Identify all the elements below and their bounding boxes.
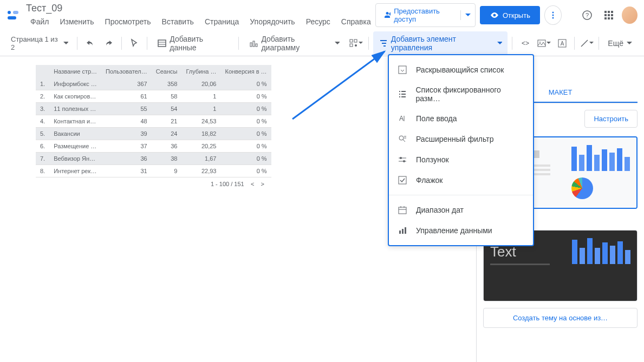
dropdown-item-slider[interactable]: Ползунок bbox=[389, 149, 533, 170]
svg-rect-50 bbox=[402, 229, 404, 234]
checkbox-icon bbox=[398, 175, 407, 185]
dropdown-item-advanced-filter[interactable]: Расширенный фильтр bbox=[389, 129, 533, 149]
menu-edit[interactable]: Изменить bbox=[55, 15, 98, 28]
svg-line-37 bbox=[403, 140, 405, 142]
svg-rect-33 bbox=[399, 66, 406, 74]
table-pagination: 1 - 100 / 151 bbox=[211, 181, 244, 187]
customize-button[interactable]: Настроить bbox=[584, 110, 638, 128]
table-row[interactable]: 4.Контактная инф…482124,530 % bbox=[36, 115, 271, 128]
svg-rect-22 bbox=[256, 44, 257, 47]
svg-point-5 bbox=[552, 17, 554, 19]
app-logo-icon[interactable] bbox=[6, 9, 19, 22]
table-header[interactable]: Конверсия в … bbox=[220, 65, 271, 78]
table-header[interactable]: Глубина … bbox=[181, 65, 220, 78]
svg-rect-9 bbox=[608, 11, 610, 13]
table-row[interactable]: 7.Вебвизор Яндекс…36381,670 % bbox=[36, 153, 271, 165]
dropdown-item-checkbox[interactable]: Флажок bbox=[389, 170, 533, 190]
select-tool[interactable] bbox=[126, 35, 142, 52]
undo-button[interactable] bbox=[82, 35, 98, 52]
redo-button[interactable] bbox=[100, 35, 116, 52]
table-next[interactable]: > bbox=[261, 181, 264, 187]
menu-insert[interactable]: Вставить bbox=[158, 15, 198, 28]
svg-rect-15 bbox=[608, 17, 610, 19]
document-title[interactable]: Тест_09 bbox=[26, 3, 375, 14]
svg-rect-14 bbox=[604, 17, 607, 19]
theme-bars-icon bbox=[572, 237, 630, 264]
page-indicator-label: Страница 1 из 2 bbox=[11, 35, 61, 51]
database-icon bbox=[157, 38, 166, 48]
help-button[interactable]: ? bbox=[578, 5, 596, 25]
table-row[interactable]: 1.Информбокс - ин…36735820,060 % bbox=[36, 78, 271, 90]
add-control-button[interactable]: Добавить элемент управления bbox=[373, 31, 508, 55]
chevron-down-icon bbox=[465, 14, 471, 17]
svg-rect-2 bbox=[13, 11, 18, 14]
data-control-icon bbox=[398, 226, 407, 235]
svg-point-3 bbox=[552, 12, 554, 14]
advanced-filter-icon bbox=[398, 134, 407, 144]
svg-rect-16 bbox=[611, 17, 613, 19]
menu-view[interactable]: Просмотреть bbox=[101, 15, 155, 28]
dropdown-item-list[interactable]: Раскрывающийся список bbox=[389, 60, 533, 80]
dropdown-item-data-control[interactable]: Управление данными bbox=[389, 220, 533, 241]
svg-text:?: ? bbox=[586, 12, 589, 18]
image-button[interactable] bbox=[535, 35, 552, 52]
table-row[interactable]: 2.Как скопировать…615810 % bbox=[36, 90, 271, 103]
widgets-icon bbox=[349, 38, 359, 48]
line-icon bbox=[580, 38, 589, 48]
chart-icon bbox=[249, 38, 258, 48]
chevron-down-icon bbox=[359, 42, 363, 44]
add-chart-button[interactable]: Добавить диаграмму bbox=[243, 31, 345, 55]
share-dropdown[interactable] bbox=[460, 10, 475, 20]
svg-point-36 bbox=[399, 136, 404, 140]
svg-rect-11 bbox=[604, 14, 607, 16]
redo-icon bbox=[104, 38, 114, 48]
list-icon bbox=[398, 89, 407, 99]
dropdown-item-fixed-list[interactable]: Список фиксированного разм… bbox=[389, 80, 533, 108]
add-control-dropdown: Раскрывающийся список Список фиксированн… bbox=[388, 54, 534, 246]
user-avatar[interactable] bbox=[622, 6, 638, 24]
url-embed-button[interactable]: <> bbox=[517, 35, 534, 52]
apps-icon bbox=[604, 10, 614, 20]
community-viz-button[interactable] bbox=[347, 35, 363, 52]
more-tools-button[interactable]: Ещё bbox=[602, 36, 638, 51]
menu-file[interactable]: Файл bbox=[26, 15, 53, 28]
svg-rect-20 bbox=[250, 43, 252, 47]
cursor-icon bbox=[129, 38, 139, 48]
data-table[interactable]: Название стр…Пользовател…СеансыГлубина …… bbox=[36, 65, 269, 190]
table-header[interactable]: Сеансы bbox=[152, 65, 182, 78]
menu-resource[interactable]: Ресурс bbox=[302, 15, 335, 28]
dropdown-item-input[interactable]: A Поле ввода bbox=[389, 108, 533, 129]
line-button[interactable] bbox=[578, 35, 595, 52]
share-button[interactable]: Предоставить доступ bbox=[376, 4, 460, 27]
image-icon bbox=[537, 38, 547, 48]
menu-page[interactable]: Страница bbox=[200, 15, 243, 28]
table-row[interactable]: 5.Вакансии392418,820 % bbox=[36, 128, 271, 140]
add-data-button[interactable]: Добавить данные bbox=[152, 31, 234, 55]
svg-rect-17 bbox=[158, 40, 166, 47]
open-button[interactable]: Открыть bbox=[480, 6, 540, 24]
create-theme-button[interactable]: Создать тему на основе из… bbox=[483, 308, 638, 328]
help-icon: ? bbox=[582, 10, 593, 21]
table-prev[interactable]: < bbox=[251, 181, 254, 187]
code-icon: <> bbox=[520, 39, 531, 48]
chevron-down-icon bbox=[63, 42, 69, 45]
svg-rect-13 bbox=[611, 14, 613, 16]
dropdown-item-date-range[interactable]: Диапазон дат bbox=[389, 200, 533, 220]
menu-help[interactable]: Справка bbox=[337, 15, 375, 28]
table-header[interactable]: Название стр… bbox=[49, 65, 101, 78]
table-header[interactable] bbox=[36, 65, 49, 78]
apps-button[interactable] bbox=[600, 5, 617, 25]
menu-arrange[interactable]: Упорядочить bbox=[245, 15, 299, 28]
undo-icon bbox=[85, 38, 95, 48]
person-add-icon bbox=[382, 10, 391, 20]
add-chart-label: Добавить диаграмму bbox=[261, 35, 331, 52]
table-row[interactable]: 8.Интернет рекла…31922,930 % bbox=[36, 165, 271, 177]
page-indicator[interactable]: Страница 1 из 2 bbox=[6, 33, 73, 54]
svg-point-43 bbox=[403, 160, 405, 162]
table-row[interactable]: 3.11 полезных отч…555410 % bbox=[36, 103, 271, 115]
text-button[interactable]: A bbox=[554, 35, 571, 52]
more-options-button[interactable] bbox=[544, 5, 562, 25]
table-header[interactable]: Пользовател… bbox=[101, 65, 152, 78]
filter-icon bbox=[379, 38, 388, 48]
table-row[interactable]: 6.Размещение тов…373620,250 % bbox=[36, 140, 271, 153]
